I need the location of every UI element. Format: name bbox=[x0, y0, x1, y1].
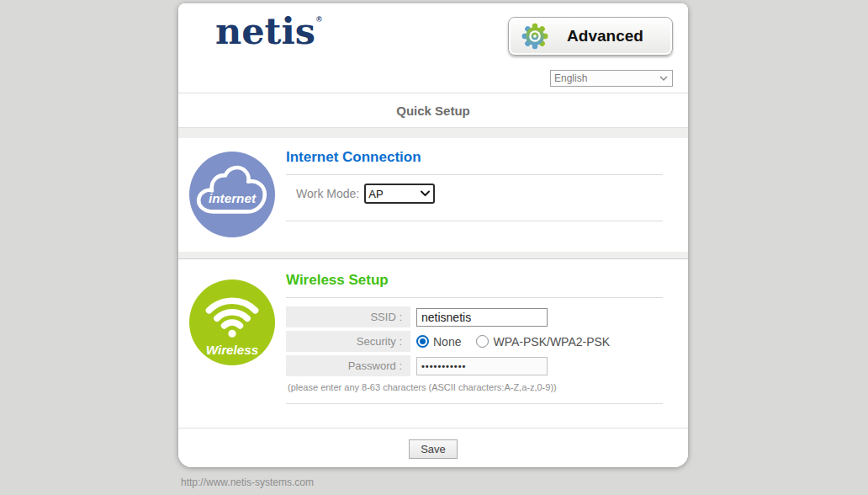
netis-logo-text: netis bbox=[215, 10, 315, 52]
password-hint: (please enter any 8-63 characters (ASCII… bbox=[286, 382, 663, 392]
work-mode-label: Work Mode: bbox=[296, 187, 359, 200]
work-mode-row: Work Mode: AP bbox=[286, 175, 663, 212]
password-label: Password : bbox=[286, 355, 410, 376]
advanced-button-label: Advanced bbox=[550, 27, 660, 45]
wireless-icon-label: Wireless bbox=[206, 343, 259, 357]
security-radio-wpa[interactable]: WPA-PSK/WPA2-PSK bbox=[476, 335, 610, 349]
internet-icon-column: internet bbox=[178, 138, 286, 252]
section-divider bbox=[178, 128, 688, 138]
divider-line bbox=[286, 297, 663, 298]
security-option-wpa-label: WPA-PSK/WPA2-PSK bbox=[493, 335, 610, 349]
security-value-cell: None WPA-PSK/WPA2-PSK bbox=[410, 331, 610, 352]
work-mode-select-wrap: AP bbox=[364, 184, 435, 204]
password-value-cell bbox=[410, 355, 548, 376]
wireless-form: SSID : Security : None bbox=[286, 306, 663, 392]
page-title: Quick Setup bbox=[396, 104, 470, 118]
advanced-button[interactable]: Advanced bbox=[508, 17, 673, 56]
divider-line bbox=[286, 221, 663, 221]
internet-section-title: Internet Connection bbox=[286, 149, 663, 166]
gear-icon bbox=[520, 21, 550, 51]
internet-icon-label: internet bbox=[209, 191, 257, 205]
netis-logo: netis® bbox=[215, 13, 322, 50]
radio-unselected-icon[interactable] bbox=[476, 335, 489, 348]
wireless-icon-column: Wireless bbox=[178, 259, 286, 428]
security-label: Security : bbox=[286, 331, 410, 352]
password-input[interactable] bbox=[416, 357, 548, 375]
internet-connection-section: internet Internet Connection Work Mode: … bbox=[178, 138, 688, 252]
security-row: Security : None WPA-PSK/WPA2-PSK bbox=[286, 331, 663, 352]
security-option-none-label: None bbox=[433, 335, 461, 349]
language-select[interactable]: English bbox=[550, 70, 673, 87]
main-panel: netis® bbox=[178, 3, 688, 467]
internet-content: Internet Connection Work Mode: AP bbox=[286, 138, 688, 252]
header: netis® bbox=[178, 3, 688, 93]
ssid-row: SSID : bbox=[286, 306, 663, 327]
security-radio-group: None WPA-PSK/WPA2-PSK bbox=[416, 335, 610, 349]
registered-trademark-icon: ® bbox=[316, 15, 322, 24]
save-row: Save bbox=[178, 428, 688, 467]
internet-cloud-icon: internet bbox=[189, 152, 275, 237]
ssid-label: SSID : bbox=[286, 306, 410, 327]
save-button[interactable]: Save bbox=[409, 439, 458, 459]
radio-selected-icon[interactable] bbox=[416, 335, 429, 348]
section-divider bbox=[178, 252, 688, 259]
wireless-content: Wireless Setup SSID : Security : bbox=[286, 259, 688, 428]
password-row: Password : bbox=[286, 355, 663, 376]
work-mode-select[interactable]: AP bbox=[364, 184, 435, 204]
ssid-value-cell bbox=[410, 306, 548, 327]
language-select-wrap: English bbox=[550, 70, 673, 87]
wireless-wifi-icon: Wireless bbox=[189, 279, 275, 365]
divider-line bbox=[286, 403, 663, 404]
footer-url: http://www.netis-systems.com bbox=[181, 476, 314, 488]
security-radio-none[interactable]: None bbox=[416, 335, 461, 349]
quick-setup-bar: Quick Setup bbox=[178, 93, 688, 128]
wireless-section-title: Wireless Setup bbox=[286, 272, 663, 289]
wireless-setup-section: Wireless Wireless Setup SSID : Security … bbox=[178, 259, 688, 428]
ssid-input[interactable] bbox=[416, 308, 548, 327]
